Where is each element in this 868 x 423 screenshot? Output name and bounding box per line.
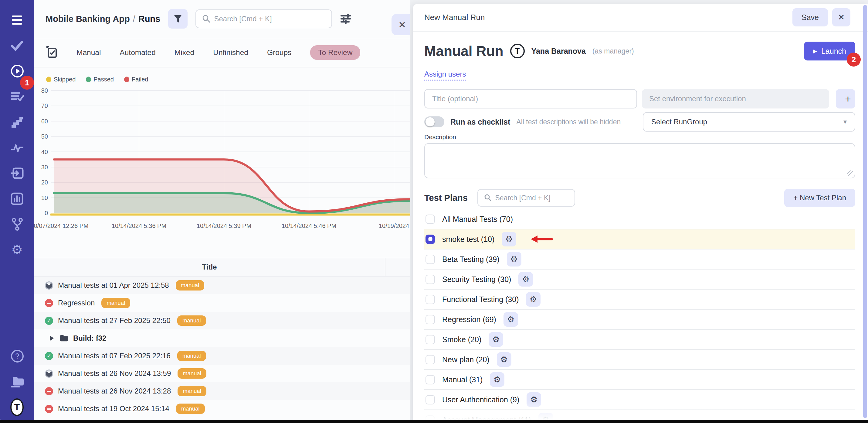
save-button[interactable]: Save <box>793 8 828 26</box>
runs-search[interactable] <box>195 9 332 28</box>
test-plan-checkbox[interactable] <box>426 255 435 264</box>
tests-check-icon[interactable] <box>10 39 24 52</box>
svg-text:30: 30 <box>41 164 48 170</box>
manual-badge: manual <box>178 368 206 378</box>
run-title-row: Manual Run T Yana Baranova (as manager) … <box>424 37 855 65</box>
gear-icon: ⚙ <box>500 356 508 364</box>
test-plan-settings-button[interactable]: ⚙ <box>518 272 533 287</box>
help-icon[interactable]: ? <box>10 349 24 363</box>
test-plan-row[interactable]: Functional Testing (30) ⚙ <box>424 290 855 310</box>
test-plan-row[interactable]: User Authentication (9) ⚙ <box>424 390 855 410</box>
svg-text:10/14/2024 5:36 PM: 10/14/2024 5:36 PM <box>112 222 166 229</box>
test-plan-checkbox[interactable] <box>426 295 435 304</box>
adjustments-icon[interactable] <box>340 12 352 26</box>
tab-mixed[interactable]: Mixed <box>175 48 194 57</box>
chart-legend: Skipped Passed Failed <box>34 67 410 84</box>
tab-unfinished[interactable]: Unfinished <box>213 48 248 57</box>
test-plan-row-selected[interactable]: smoke test (10) ⚙ <box>424 229 855 250</box>
test-plan-checkbox[interactable] <box>426 355 435 364</box>
table-row[interactable]: Manual tests at 27 Feb 2025 22:50 manual <box>34 312 410 330</box>
table-row[interactable]: Manual tests at 07 Feb 2025 22:16 manual <box>34 347 410 365</box>
test-plan-row[interactable]: Manual (31) ⚙ <box>424 370 855 390</box>
runs-panel-close-button[interactable]: ✕ <box>392 14 410 35</box>
checklist-group: Run as checklist All test descriptions w… <box>424 112 621 127</box>
tab-manual[interactable]: Manual <box>76 48 101 57</box>
new-manual-run-panel: New Manual Run Save ✕ Manual Run T Yana … <box>413 4 868 423</box>
menu-icon[interactable] <box>10 13 24 27</box>
test-plan-checkbox[interactable] <box>426 215 435 224</box>
test-plan-row[interactable]: Regression (69) ⚙ <box>424 310 855 330</box>
gear-icon: ⚙ <box>494 375 501 384</box>
runs-play-icon[interactable] <box>10 64 24 78</box>
table-row-group[interactable]: Build: f32 <box>34 330 410 347</box>
test-plan-row[interactable]: All Manual Tests (70) <box>424 209 855 229</box>
table-row[interactable]: Manual tests at 19 Oct 2024 15:14 manual <box>34 400 410 418</box>
column-title[interactable]: Title <box>34 258 385 276</box>
test-plan-row[interactable]: New plan (20) ⚙ <box>424 350 855 370</box>
analytics-icon[interactable] <box>10 192 24 205</box>
svg-text:10/07/2024 12:26 PM: 10/07/2024 12:26 PM <box>34 222 89 229</box>
test-plan-settings-button[interactable]: ⚙ <box>502 232 516 247</box>
description-textarea[interactable] <box>424 143 855 178</box>
test-plan-settings-button[interactable]: ⚙ <box>503 312 518 327</box>
svg-text:40: 40 <box>41 149 48 155</box>
steps-icon[interactable] <box>10 115 24 129</box>
table-row[interactable]: Manual tests at 26 Nov 2024 13:28 manual <box>34 382 410 400</box>
vertical-scrollbar[interactable] <box>863 5 867 418</box>
add-environment-button[interactable]: + <box>836 89 855 109</box>
settings-icon[interactable]: ⚙ <box>10 243 24 256</box>
test-plan-checkbox-checked[interactable] <box>426 234 435 244</box>
expand-caret-icon[interactable] <box>50 336 54 341</box>
test-plan-settings-button[interactable]: ⚙ <box>527 392 541 407</box>
tab-groups[interactable]: Groups <box>267 48 291 57</box>
test-plans-search-input[interactable] <box>495 194 568 202</box>
results-list-check-icon[interactable] <box>10 90 24 103</box>
pulse-icon[interactable] <box>10 141 24 154</box>
breadcrumb-project[interactable]: Mobile Banking App <box>45 14 130 24</box>
test-plan-checkbox[interactable] <box>426 375 435 385</box>
test-plan-settings-button[interactable]: ⚙ <box>490 372 504 387</box>
run-title-input[interactable] <box>424 89 637 109</box>
test-plan-row[interactable]: Smoke (20) ⚙ <box>424 330 855 350</box>
runs-table: Title Manual tests at 01 Apr 2025 12:58 … <box>34 258 410 418</box>
table-row[interactable]: Manual tests at 26 Nov 2024 13:59 manual <box>34 365 410 382</box>
test-plan-checkbox[interactable] <box>426 335 435 344</box>
runs-search-input[interactable] <box>214 15 326 23</box>
tab-automated[interactable]: Automated <box>120 48 156 57</box>
import-icon[interactable] <box>10 167 24 180</box>
runs-trend-chart: 0102030405060708010/07/2024 12:26 PM10/1… <box>34 84 410 237</box>
rungroup-select[interactable]: Select RunGroup ▾ <box>643 112 855 132</box>
test-plans-search[interactable] <box>477 189 575 207</box>
test-plan-list: All Manual Tests (70) smoke test (10) ⚙ … <box>424 209 855 423</box>
assign-users-link[interactable]: Assign users <box>424 70 466 81</box>
new-test-plan-button[interactable]: + New Test Plan <box>784 189 855 207</box>
test-plan-row[interactable]: Security Testing (30) ⚙ <box>424 270 855 290</box>
test-plan-settings-button[interactable]: ⚙ <box>489 332 503 347</box>
status-failed-icon <box>45 387 53 395</box>
test-plan-checkbox[interactable] <box>426 395 435 404</box>
environment-input[interactable] <box>642 89 829 109</box>
test-plan-settings-button[interactable]: ⚙ <box>526 292 540 307</box>
svg-text:10/14/2024 5:46 PM: 10/14/2024 5:46 PM <box>282 222 336 229</box>
run-as-checklist-toggle[interactable] <box>424 116 444 127</box>
svg-text:0: 0 <box>44 210 48 216</box>
projects-folder-icon[interactable] <box>10 375 24 388</box>
test-plan-checkbox[interactable] <box>426 315 435 324</box>
table-row[interactable]: Manual tests at 01 Apr 2025 12:58 manual <box>34 277 410 294</box>
legend-failed: Failed <box>124 76 148 83</box>
test-plan-settings-button[interactable]: ⚙ <box>507 252 521 266</box>
test-plans-title: Test Plans <box>424 193 468 203</box>
table-row[interactable]: Regression manual <box>34 294 410 312</box>
test-plan-checkbox[interactable] <box>426 275 435 284</box>
filter-button[interactable] <box>168 9 188 29</box>
logo-avatar[interactable]: T <box>10 400 24 414</box>
branch-icon[interactable] <box>10 218 24 231</box>
test-plan-row[interactable]: Beta Testing (39) ⚙ <box>424 250 855 270</box>
select-runs-icon[interactable] <box>46 46 58 59</box>
manager-avatar[interactable]: T <box>510 44 525 58</box>
test-plan-settings-button[interactable]: ⚙ <box>497 352 512 367</box>
status-passed-icon <box>45 317 53 325</box>
close-icon[interactable]: ✕ <box>832 8 850 26</box>
tab-to-review[interactable]: To Review <box>310 45 360 60</box>
manager-role: (as manager) <box>592 47 634 55</box>
